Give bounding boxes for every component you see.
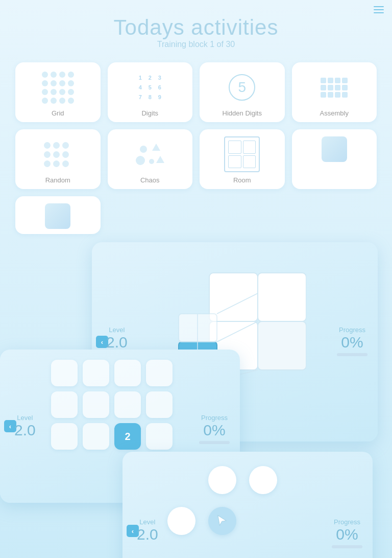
room-icon [224, 136, 260, 172]
cube-panel-progress: Progress 0% [337, 326, 368, 356]
activity-card-partial-2[interactable] [15, 196, 101, 234]
panel-dots: ‹ Level 2.0 [122, 452, 373, 558]
num-cell-1[interactable] [83, 360, 109, 386]
grid-icon [40, 69, 76, 105]
number-grid-display: 2 [51, 360, 173, 455]
random-icon [40, 136, 76, 172]
num-cell-11[interactable] [146, 423, 173, 450]
digits-label: Digits [141, 109, 158, 117]
activity-card-partial-1[interactable] [292, 129, 377, 189]
assembly-icon [316, 69, 352, 105]
dots-display [163, 462, 281, 558]
page-title: Todays activities [10, 15, 382, 40]
partial-icon-2 [45, 203, 70, 229]
dots-panel-progress: Progress 0% [332, 518, 362, 548]
cube-progress-bar-bg [337, 353, 368, 356]
chaos-icon [132, 136, 168, 172]
svg-rect-3 [258, 321, 306, 370]
panels-container: ‹ Level 2.0 [0, 232, 392, 558]
page-subtitle: Training block 1 of 30 [10, 40, 382, 49]
hidden-digits-icon: 5 [224, 69, 260, 105]
chaos-label: Chaos [140, 176, 160, 184]
num-cell-5[interactable] [83, 391, 109, 418]
num-cell-highlighted[interactable]: 2 [114, 423, 141, 450]
partial-icon-1 [322, 136, 347, 162]
menu-icon[interactable] [374, 6, 384, 13]
random-label: Random [45, 176, 70, 184]
num-cell-7[interactable] [146, 391, 173, 418]
header: Todays activities Training block 1 of 30 [0, 0, 392, 54]
grid-label: Grid [52, 109, 64, 117]
dot-3[interactable] [167, 507, 195, 535]
activity-card-digits[interactable]: 123 456 789 Digits [108, 62, 193, 122]
activity-card-hidden-digits[interactable]: 5 Hidden Digits [200, 62, 285, 122]
cube-panel-level: Level 2.0 [106, 326, 128, 351]
activity-grid: Grid 123 456 789 Digits 5 Hidden Digits [0, 54, 392, 242]
digits-icon: 123 456 789 [132, 69, 168, 105]
num-cell-3[interactable] [146, 360, 173, 386]
num-cell-6[interactable] [114, 391, 141, 418]
num-cell-2[interactable] [114, 360, 141, 386]
dots-panel-level: Level 2.0 [137, 518, 158, 543]
grid-panel-level: Level 2.0 [14, 414, 36, 439]
dot-cursor[interactable] [208, 507, 236, 535]
hidden-digits-number: 5 [238, 79, 246, 96]
grid-progress-bar-bg [199, 441, 230, 444]
svg-rect-1 [258, 273, 306, 321]
cursor-icon [215, 514, 229, 528]
activity-card-random[interactable]: Random [15, 129, 101, 189]
room-label: Room [233, 176, 251, 184]
grid-panel-progress: Progress 0% [199, 414, 230, 444]
dot-1[interactable] [208, 466, 236, 494]
dots-progress-bar-bg [332, 545, 362, 548]
activity-card-assembly[interactable]: Assembly [292, 62, 377, 122]
dot-2[interactable] [249, 466, 277, 494]
activity-card-grid[interactable]: Grid [15, 62, 101, 122]
num-cell-8[interactable] [51, 423, 78, 450]
num-cell-0[interactable] [51, 360, 78, 386]
num-cell-9[interactable] [83, 423, 109, 450]
assembly-label: Assembly [320, 109, 349, 117]
activity-card-room[interactable]: Room [200, 129, 285, 189]
activity-card-chaos[interactable]: Chaos [108, 129, 193, 189]
num-cell-4[interactable] [51, 391, 78, 418]
hidden-digits-label: Hidden Digits [223, 109, 262, 117]
